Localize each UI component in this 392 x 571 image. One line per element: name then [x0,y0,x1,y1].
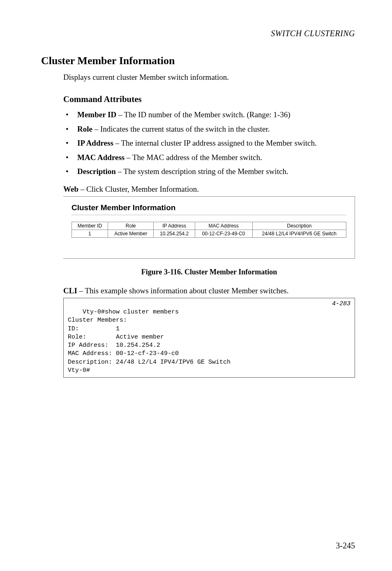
screenshot-container: Cluster Member Information Member ID Rol… [63,196,355,259]
cluster-table: Member ID Role IP Address MAC Address De… [71,222,346,238]
col-header: MAC Address [195,222,252,230]
term: Description [77,167,116,176]
list-item: IP Address – The internal cluster IP add… [63,138,355,149]
list-item: Role – Indicates the current status of t… [63,124,355,135]
code-line: Vty-0#show cluster members [83,309,179,316]
code-line: Cluster Members: [68,317,127,324]
section-header: SWITCH CLUSTERING [41,29,355,38]
list-item: Member ID – The ID number of the Member … [63,109,355,121]
web-label: Web [63,185,78,193]
code-reference: 4-283 [332,300,350,308]
attribute-list: Member ID – The ID number of the Member … [63,109,355,177]
col-header: IP Address [154,222,195,230]
desc: – The ID number of the Member switch. (R… [116,110,290,119]
code-line: MAC Address: 00-12-cf-23-49-c0 [68,350,179,357]
cell-desc: 24/48 L2/L4 IPV4/IPV6 GE Switch [252,230,346,237]
divider [71,215,346,215]
desc: – The system description string of the M… [116,167,288,176]
desc: – The internal cluster IP address assign… [113,139,317,147]
code-line: Role: Active member [68,334,164,341]
list-item: Description – The system description str… [63,166,355,177]
list-item: MAC Address – The MAC address of the Mem… [63,152,355,163]
cell-mac: 00-12-CF-23-49-C0 [195,230,252,237]
code-line: Vty-0# [68,367,90,374]
code-line: ID: 1 [68,325,120,332]
term: Member ID [77,110,116,119]
intro-text: Displays current cluster Member switch i… [63,73,355,82]
col-header: Member ID [72,222,108,230]
term: IP Address [77,139,113,147]
web-text: – Click Cluster, Member Information. [78,185,199,193]
screenshot-title: Cluster Member Information [71,203,346,212]
cli-output-box: 4-283Vty-0#show cluster members Cluster … [63,298,355,378]
desc: – Indicates the current status of the sw… [92,125,270,133]
col-header: Description [252,222,346,230]
table-header-row: Member ID Role IP Address MAC Address De… [72,222,346,230]
col-header: Role [108,222,154,230]
cell-ip: 10.254.254.2 [154,230,195,237]
code-line: Description: 24/48 L2/L4 IPV4/IPV6 GE Sw… [68,359,231,366]
cell-role: Active Member [108,230,154,237]
figure-caption: Figure 3-116. Cluster Member Information [63,268,355,276]
desc: – The MAC address of the Member switch. [125,153,262,162]
term: Role [77,125,92,133]
term: MAC Address [77,153,125,162]
cli-text: – This example shows information about c… [77,286,289,295]
heading-cluster-member-info: Cluster Member Information [41,55,355,67]
web-instruction: Web – Click Cluster, Member Information. [63,185,355,194]
heading-command-attributes: Command Attributes [63,94,355,104]
cli-label: CLI [63,286,77,295]
code-line: IP Address: 10.254.254.2 [68,342,160,349]
cli-instruction: CLI – This example shows information abo… [63,286,355,295]
table-row: 1 Active Member 10.254.254.2 00-12-CF-23… [72,230,346,237]
cell-member-id: 1 [72,230,108,237]
page-number: 3-245 [336,541,355,550]
